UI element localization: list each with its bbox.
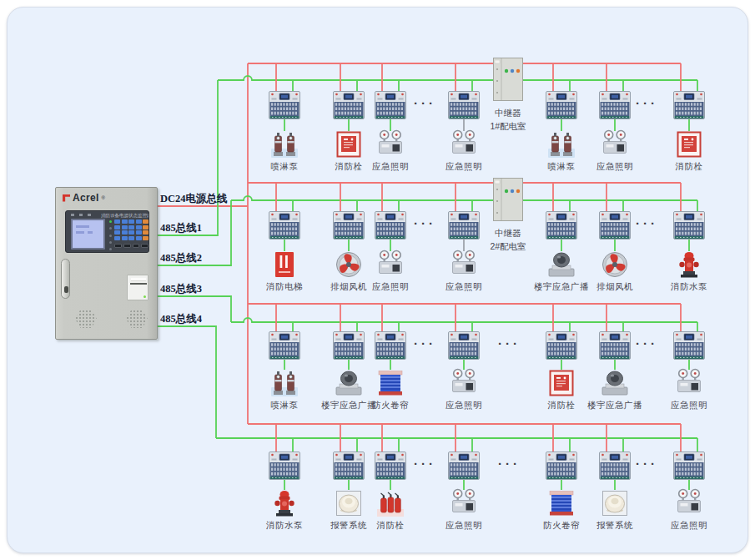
ellipsis-dots: ··· <box>414 216 436 230</box>
fire-shutter-icon <box>546 488 576 518</box>
handle-keyhole <box>64 286 68 293</box>
smoke-fan-icon <box>334 250 364 283</box>
hydrant-box-icon <box>546 368 576 398</box>
wire-signal-bus <box>231 318 697 322</box>
function-key <box>143 225 148 230</box>
device-label: 消防栓 <box>649 161 729 172</box>
monitor-module <box>546 331 577 363</box>
ellipsis-dots: ··· <box>636 336 658 351</box>
smoke-fan-icon <box>334 250 364 280</box>
device-label: 应急照明 <box>350 161 430 172</box>
repeater-art <box>493 58 523 101</box>
run-led <box>109 220 112 223</box>
repeater-art <box>493 178 523 221</box>
device-label: 排烟风机 <box>575 281 655 292</box>
control-bezel: 消防设备电源状态监控器 <box>65 210 149 253</box>
monitor-module <box>599 211 631 243</box>
module-art <box>673 452 705 480</box>
repeater-room-label: 1#配电室 <box>475 121 541 132</box>
module-art <box>333 331 365 360</box>
monitor-module <box>673 331 705 363</box>
extinguishers-icon <box>375 488 405 518</box>
ellipsis-dots: ··· <box>636 216 658 230</box>
monitor-module <box>375 331 406 363</box>
monitor-module <box>375 91 406 123</box>
module-art <box>375 91 406 119</box>
brand-name: Acrel <box>73 192 99 204</box>
monitor-module <box>269 331 300 363</box>
monitor-module <box>448 452 480 483</box>
broadcast-icon <box>546 250 576 283</box>
device-label: 应急照明 <box>424 400 504 411</box>
module-art <box>269 452 300 480</box>
keypad-key <box>128 225 134 230</box>
device-label: 应急照明 <box>649 520 729 531</box>
fire-elevator-icon <box>269 250 299 283</box>
module-art <box>599 331 631 360</box>
spray-pump-icon <box>269 129 299 163</box>
emergency-light-icon <box>449 368 479 398</box>
monitor-module <box>546 452 577 483</box>
bus-label-rs485-bus-3: 485总线3 <box>160 282 202 296</box>
broadcast-icon <box>600 368 630 398</box>
broadcast-icon <box>546 250 576 280</box>
keypad <box>114 219 148 240</box>
module-art <box>673 91 705 119</box>
keypad-key <box>122 225 128 230</box>
fire-power-monitor-cabinet: Acrel ® 消防设备电源状态监控器 <box>55 187 158 340</box>
repeater-cabinet <box>493 178 523 225</box>
bezel-marks <box>71 214 96 216</box>
printer-paper <box>131 278 146 281</box>
monitor-module <box>269 452 300 483</box>
alarm-detector-icon <box>600 488 630 522</box>
module-art <box>599 452 631 480</box>
wire-signal-bus <box>218 76 493 80</box>
emergency-light-icon <box>449 129 479 163</box>
emergency-light-icon <box>674 368 704 398</box>
module-art <box>269 91 300 119</box>
keypad-key <box>114 230 120 235</box>
hydrant-box-icon <box>546 368 576 401</box>
emergency-light-icon <box>375 250 405 280</box>
soft-key <box>141 244 148 248</box>
monitor-module <box>269 91 300 123</box>
ellipsis-dots: ··· <box>498 336 521 351</box>
emergency-light-icon <box>375 129 405 159</box>
emergency-light-icon <box>449 250 479 280</box>
soft-key <box>114 244 122 248</box>
device-label: 应急照明 <box>424 161 504 172</box>
power-led <box>109 248 112 250</box>
fire-elevator-icon <box>269 250 299 280</box>
mute-led <box>109 241 112 244</box>
emergency-light-icon <box>600 129 630 159</box>
emergency-light-icon <box>375 129 405 163</box>
printer-slot <box>130 283 147 285</box>
smoke-fan-icon <box>600 250 630 280</box>
monitor-module <box>269 211 300 243</box>
repeater-room-label: 2#配电室 <box>475 241 541 252</box>
ellipsis-dots: ··· <box>636 96 658 110</box>
function-key <box>143 219 148 224</box>
lcd-text-line <box>76 231 84 234</box>
vent-grille <box>126 310 148 328</box>
repeater-cabinet <box>493 58 523 104</box>
fire-pump-icon <box>674 250 704 280</box>
ellipsis-dots: ··· <box>636 457 658 471</box>
function-keys <box>114 244 148 248</box>
diagram-canvas: Acrel ® 消防设备电源状态监控器 <box>0 0 755 560</box>
monitor-module <box>673 91 705 123</box>
alarm-detector-icon <box>334 488 364 522</box>
module-art <box>375 211 406 240</box>
keypad-key <box>114 236 120 240</box>
device-title: 消防设备电源状态监控器 <box>101 213 148 219</box>
bus-label-rs485-bus-1: 485总线1 <box>160 221 202 235</box>
broadcast-icon <box>334 368 364 398</box>
lcd-text-line <box>88 231 93 234</box>
keypad-key <box>136 236 142 240</box>
keypad-key <box>136 219 142 224</box>
broadcast-icon <box>334 368 364 401</box>
diagram-board: Acrel ® 消防设备电源状态监控器 <box>7 7 748 553</box>
spray-pump-icon <box>546 129 576 163</box>
module-art <box>269 331 300 360</box>
module-art <box>673 331 705 360</box>
